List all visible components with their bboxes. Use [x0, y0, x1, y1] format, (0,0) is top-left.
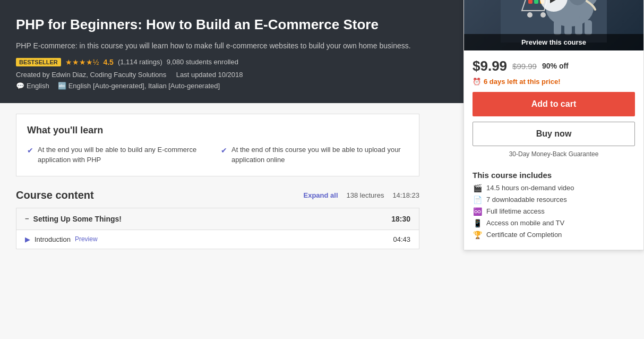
include-item-video: 🎬 14.5 hours on-demand video: [473, 184, 635, 192]
captions-item: 🔤 English [Auto-generated], Italian [Aut…: [58, 82, 220, 90]
bestseller-badge: BESTSELLER: [16, 58, 61, 66]
captions-label: English [Auto-generated], Italian [Auto-…: [68, 82, 220, 90]
price-current: $9.99: [473, 58, 507, 74]
include-item-lifetime: ♾️ Full lifetime access: [473, 207, 635, 216]
include-text-video: 14.5 hours on-demand video: [486, 184, 574, 192]
learn-grid: ✔ At the end you will be able to build a…: [27, 145, 408, 165]
language-item: 💬 English: [16, 82, 49, 90]
play-triangle-icon: [550, 0, 560, 3]
learn-item-text-2: At the end of this course you will be ab…: [231, 145, 408, 165]
sidebar-preview[interactable]: PHP Preview this course: [464, 0, 643, 50]
minus-icon: −: [25, 215, 29, 223]
check-icon-2: ✔: [221, 145, 227, 156]
lecture-left: ▶ Introduction Preview: [25, 235, 98, 243]
check-icon: ✔: [27, 145, 33, 156]
include-text-certificate: Certificate of Completion: [486, 231, 562, 239]
include-text-resources: 7 downloadable resources: [486, 196, 567, 204]
lecture-row[interactable]: ▶ Introduction Preview 04:43: [16, 230, 419, 249]
rating-value: 4.5: [103, 58, 113, 66]
include-item-resources: 📄 7 downloadable resources: [473, 196, 635, 204]
timer-icon: ⏰: [473, 78, 481, 86]
preview-badge[interactable]: Preview: [75, 235, 98, 243]
includes-list: 🎬 14.5 hours on-demand video 📄 7 downloa…: [464, 184, 643, 250]
rating-count: (1,114 ratings): [118, 58, 162, 66]
price-discount: 90% off: [542, 62, 569, 70]
content-meta: Expand all 138 lectures 14:18:23: [304, 191, 419, 199]
include-text-lifetime: Full lifetime access: [486, 207, 545, 215]
course-title: PHP for Beginners: How to Build an E-Com…: [16, 16, 419, 34]
section-duration: 18:30: [391, 215, 410, 223]
learn-item: ✔ At the end you will be able to build a…: [27, 145, 214, 165]
language-label: English: [27, 82, 49, 90]
lecture-duration: 04:43: [393, 235, 410, 243]
last-updated: Last updated 10/2018: [176, 71, 243, 79]
page-wrapper: What you'll learn ✔ At the end you will …: [0, 103, 644, 260]
section-row[interactable]: − Setting Up Some Things! 18:30: [16, 208, 419, 230]
certificate-icon: 🏆: [473, 231, 482, 239]
stars-icon: ★★★★½: [65, 58, 99, 66]
play-icon: ▶: [25, 235, 30, 243]
section-left: − Setting Up Some Things!: [25, 215, 122, 223]
countdown-text: 6 days left at this price!: [484, 78, 561, 86]
sidebar: PHP Preview this course $9.99 $99.99 90%…: [463, 0, 644, 250]
course-content-section: Course content Expand all 138 lectures 1…: [16, 189, 419, 249]
learn-title: What you'll learn: [27, 125, 408, 136]
content-header: Course content Expand all 138 lectures 1…: [16, 189, 419, 201]
course-duration: 14:18:23: [392, 191, 419, 199]
lifetime-icon: ♾️: [473, 207, 482, 216]
countdown: ⏰ 6 days left at this price!: [473, 78, 635, 86]
expand-all-link[interactable]: Expand all: [304, 191, 338, 199]
price-original: $99.99: [512, 62, 537, 71]
lang-row: 💬 English 🔤 English [Auto-generated], It…: [16, 82, 419, 90]
learn-box: What you'll learn ✔ At the end you will …: [16, 114, 419, 176]
include-item-certificate: 🏆 Certificate of Completion: [473, 231, 635, 239]
resource-icon: 📄: [473, 196, 482, 204]
includes-title: This course includes: [464, 171, 643, 180]
rating-row: BESTSELLER ★★★★½ 4.5 (1,114 ratings) 9,0…: [16, 58, 419, 66]
play-circle[interactable]: [540, 0, 568, 12]
created-by: Created by Edwin Diaz, Coding Faculty So…: [16, 71, 166, 79]
meta-row: Created by Edwin Diaz, Coding Faculty So…: [16, 71, 419, 79]
section-title: Setting Up Some Things!: [33, 215, 122, 223]
mobile-icon: 📱: [473, 219, 482, 227]
sidebar-pricing: $9.99 $99.99 90% off ⏰ 6 days left at th…: [464, 50, 643, 171]
enrolled-count: 9,080 students enrolled: [167, 58, 238, 66]
include-item-mobile: 📱 Access on mobile and TV: [473, 219, 635, 227]
left-content: What you'll learn ✔ At the end you will …: [0, 103, 435, 260]
learn-item-2: ✔ At the end of this course you will be …: [221, 145, 408, 165]
header-section: PHP for Beginners: How to Build an E-Com…: [0, 0, 435, 103]
add-to-cart-button[interactable]: Add to cart: [473, 92, 635, 116]
price-row: $9.99 $99.99 90% off: [473, 58, 635, 74]
preview-label[interactable]: Preview this course: [464, 34, 643, 50]
video-icon: 🎬: [473, 184, 482, 192]
content-title: Course content: [16, 189, 94, 201]
buy-now-button[interactable]: Buy now: [473, 122, 635, 146]
captions-icon: 🔤: [58, 82, 66, 90]
lecture-title: Introduction: [35, 235, 71, 243]
money-back-guarantee: 30-Day Money-Back Guarantee: [473, 150, 635, 158]
lecture-count: 138 lectures: [347, 191, 384, 199]
course-includes: This course includes 🎬 14.5 hours on-dem…: [464, 171, 643, 250]
speech-icon: 💬: [16, 82, 24, 90]
include-text-mobile: Access on mobile and TV: [486, 219, 564, 227]
learn-item-text-1: At the end you will be able to build any…: [38, 145, 214, 165]
course-subtitle: PHP E-commerce: in this course you will …: [16, 40, 419, 52]
